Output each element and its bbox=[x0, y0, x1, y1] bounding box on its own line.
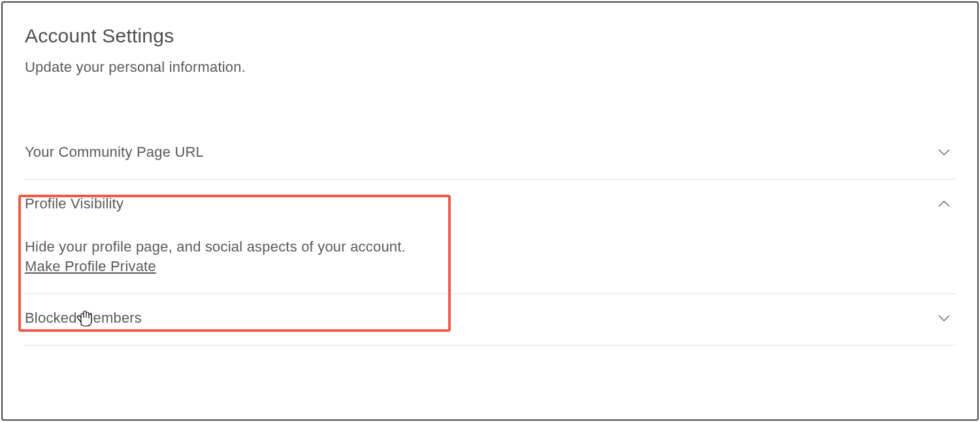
page-title: Account Settings bbox=[25, 25, 955, 47]
section-header-profile-visibility[interactable]: Profile Visibility bbox=[25, 195, 955, 212]
chevron-down-icon bbox=[937, 311, 951, 325]
section-header-blocked-members[interactable]: Blocked Members bbox=[25, 310, 955, 327]
settings-panel: Account Settings Update your personal in… bbox=[1, 1, 979, 421]
section-title-profile-visibility: Profile Visibility bbox=[25, 195, 123, 212]
chevron-up-icon bbox=[937, 197, 951, 211]
page-subtitle: Update your personal information. bbox=[25, 59, 955, 76]
section-blocked-members: Blocked Members bbox=[25, 294, 955, 346]
chevron-down-icon bbox=[937, 145, 951, 159]
section-community-url: Your Community Page URL bbox=[25, 128, 955, 180]
section-body-profile-visibility: Hide your profile page, and social aspec… bbox=[25, 238, 955, 275]
section-profile-visibility: Profile Visibility Hide your profile pag… bbox=[25, 180, 955, 294]
section-title-community-url: Your Community Page URL bbox=[25, 144, 204, 161]
section-header-community-url[interactable]: Your Community Page URL bbox=[25, 144, 955, 161]
section-title-blocked-members: Blocked Members bbox=[25, 310, 142, 327]
profile-visibility-description: Hide your profile page, and social aspec… bbox=[25, 238, 955, 255]
make-profile-private-link[interactable]: Make Profile Private bbox=[25, 258, 156, 275]
